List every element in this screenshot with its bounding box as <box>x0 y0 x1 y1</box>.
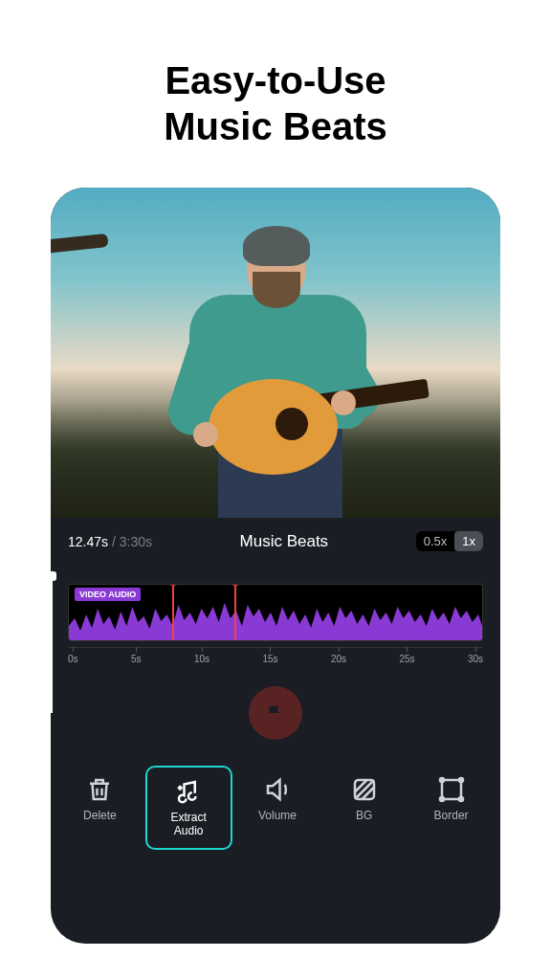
ruler-tick: 5s <box>131 654 142 676</box>
time-ruler: 0s 5s 10s 15s 20s 25s 30s <box>68 647 483 670</box>
ruler-tick: 30s <box>468 654 483 676</box>
beat-marker-1[interactable]: 1 <box>172 584 174 641</box>
tool-bg[interactable]: BG <box>322 766 406 833</box>
scene-branch <box>51 234 109 255</box>
svg-rect-1 <box>442 780 461 799</box>
tool-label: BG <box>356 810 372 823</box>
ruler-tick: 25s <box>399 654 414 676</box>
time-current: 12.47s <box>68 534 108 549</box>
frame-icon <box>437 775 466 804</box>
svg-point-5 <box>459 797 463 801</box>
playhead[interactable] <box>51 574 53 713</box>
video-preview[interactable] <box>51 188 500 518</box>
tool-delete[interactable]: Delete <box>58 766 142 833</box>
svg-point-2 <box>440 778 444 782</box>
svg-point-4 <box>440 797 444 801</box>
time-readout: 12.47s / 3:30s <box>68 534 152 549</box>
tool-label: Extract Audio <box>171 812 207 838</box>
flag-icon <box>265 702 286 724</box>
controls-row: 12.47s / 3:30s Music Beats 0.5x 1x <box>51 518 500 561</box>
tool-extract-audio[interactable]: Extract Audio <box>145 766 232 850</box>
audio-track[interactable]: VIDEO AUDIO 1 2 <box>68 584 483 641</box>
music-plus-icon <box>174 777 203 806</box>
speaker-icon <box>263 775 292 804</box>
scene-person <box>151 226 400 518</box>
beat-marker-2[interactable]: 2 <box>234 584 236 641</box>
ruler-tick: 20s <box>331 654 346 676</box>
tool-volume[interactable]: Volume <box>236 766 320 833</box>
speed-option-1[interactable]: 1x <box>454 531 483 551</box>
editor-frame: 12.47s / 3:30s Music Beats 0.5x 1x VIDEO… <box>51 188 500 944</box>
tool-border[interactable]: Border <box>409 766 493 833</box>
ruler-tick: 0s <box>68 654 78 676</box>
tool-label: Volume <box>258 810 297 823</box>
mode-title: Music Beats <box>240 532 329 551</box>
tool-label: Border <box>434 810 469 823</box>
speed-toggle[interactable]: 0.5x 1x <box>416 531 483 551</box>
ruler-tick: 10s <box>194 654 209 676</box>
tool-label: Delete <box>83 810 117 823</box>
speed-option-0[interactable]: 0.5x <box>416 531 455 551</box>
ruler-tick: 15s <box>262 654 277 676</box>
time-total: / 3:30s <box>112 534 152 549</box>
hatch-icon <box>350 775 379 804</box>
trash-icon <box>85 775 114 804</box>
flag-button[interactable] <box>249 686 302 740</box>
waveform <box>69 597 482 640</box>
headline: Easy-to-UseMusic Beats <box>164 57 386 149</box>
svg-point-3 <box>459 778 463 782</box>
timeline[interactable]: VIDEO AUDIO 1 2 0s 5s 10s 15s 20s 25s 30… <box>51 561 500 670</box>
bottom-toolbar: Delete Extract Audio Volume BG Border <box>51 756 500 869</box>
